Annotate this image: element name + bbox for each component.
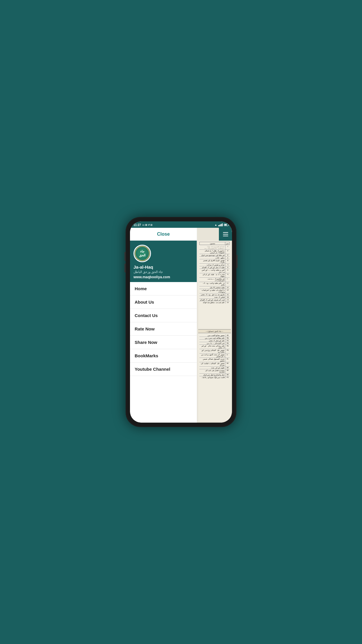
sd-icon: ⊞ [145,224,147,226]
table-row: غیر مقلد اور دیوبندیوں میں فرق٣ [199,254,230,257]
status-icons: ▭ ⊞ ↺ ⊟ [142,224,152,226]
table-row: دیکھیے کتاب٤ [199,257,230,259]
table-row: مجتہد کے چہ طبقے اور ان کی پچھان٩ [199,273,230,278]
phone-screen: 11:27 ▭ ⊞ ↺ ⊟ ▲ [130,221,232,423]
volume-down-button [124,264,126,272]
status-time: 11:27 [133,223,141,227]
nav-item-share[interactable]: Share Now [130,336,197,349]
book-panel: مضمون نمبر تمام قبروں سے بڑا اعتقاد باپی… [197,228,232,423]
nav-item-home[interactable]: Home [130,282,197,295]
table-row: با انجان باب تقلید پر اعتراضات وجوابات١٣ [199,289,230,293]
table-row: چاروں مذہب حق ہونے کے معنی١٤ [199,293,230,296]
table-row: حضور علیہ السلام روح میں اور عالم ارم٣٩ [199,349,230,354]
app-screen: 11:27 ▭ ⊞ ↺ ⊟ ▲ [130,221,232,423]
table-row: دیابیوں کے ظلم اہل اسلام خصوصاً اہل حرمی… [199,250,230,254]
table-row: تقلید کے مثل اور اس کے اقسام٧ [199,266,230,269]
app-logo: جاءالحق [133,245,151,262]
volume-up-button [124,252,126,261]
hamburger-line-2 [223,234,228,235]
nav-item-contact[interactable]: Contact Us [130,309,197,322]
app-header: جاءالحق Ja-al-Haq جاء الحق وزحق الباطل w… [130,241,197,282]
table-row: چہ باقی تقلید واجب ہونے کے دلائل١١ [199,282,230,286]
table-row: قیاس کے بحث١٥ [199,296,230,299]
battery-icon-small: ▭ [142,224,145,226]
battery-indicator [224,224,229,226]
table-row: غیب کی تعریف اور اس کے اقسام١٦ [199,299,230,301]
book-pages-container: مضمون نمبر تمام قبروں سے بڑا اعتقاد باپی… [197,228,232,423]
table-row: غیر مقلدوں کے بہت سے اعتراضات کے١٠ [199,278,230,282]
table-1-body: تمام قبروں سے بڑا اعتقاد باپیوں کا ہے١ د… [199,245,230,304]
status-right: ▲ [215,223,229,226]
logo-inner: جاءالحق [135,246,150,261]
settings-icon: ⊟ [150,224,152,226]
nav-item-bookmarks[interactable]: BookMarks [130,349,197,363]
table-row: حرام پر تفسیر کے مراتب٦ [199,264,230,266]
signal-bar-3 [221,224,222,226]
hamburger-line-1 [223,232,228,233]
table-row: علم مطائف غیب میں نہیں٣٥ [199,337,230,340]
table-row: علم غیب سے متعلق چند فوائد١٧ [199,301,230,304]
nav-item-about[interactable]: About Us [130,295,197,309]
navigation-drawer: Close جاءالحق Ja-al-Haq جاء الحق وزحق ال… [130,228,197,423]
table-row: حدیث المسئول عصاکی تفیس تحقیق٣١ [199,358,230,362]
app-url: www.maqbooliya.com [133,275,170,279]
table-row: کس پر تقلید واجب ہے اور کس پر نہیں٨ [199,269,230,273]
app-name-english: Ja-al-Haq [133,265,153,270]
table-row: قامت میں لوگ شیخ کو پہلا ملے٣٦ [199,376,230,379]
table-row: تفسیر تاویل کافرق اور تفسیر بالرائے٥ [199,259,230,264]
table-row: علم روح کی بحث جائزہ اور امر کے معنی٣٨ [199,345,230,349]
hamburger-button[interactable] [219,228,232,241]
col-header-content: مضمون [200,242,225,245]
table-row: تمام قبروں سے بڑا اعتقاد باپیوں کا ہے١ [199,245,230,250]
status-bar: 11:27 ▭ ⊞ ↺ ⊟ ▲ [130,221,232,228]
signal-bar-2 [219,225,220,226]
status-left: 11:27 ▭ ⊞ ↺ ⊟ [133,223,152,227]
hamburger-icon [223,232,228,236]
table-row: جبل وانسان وذخول میں فرق٣٣ [199,374,230,376]
table-row: حضور کی بحث گنتھیہم انت من ذٰ کی تفیس٤٠ [199,354,230,358]
table-row: دوسری فصل بفی غیب کی احادیث٣٣ [199,369,230,374]
book-table-1: مضمون نمبر تمام قبروں سے بڑا اعتقاد باپی… [198,241,231,329]
hamburger-line-3 [223,236,228,236]
phone-frame: 11:27 ▭ ⊞ ↺ ⊟ ▲ [126,217,236,427]
book-divider: ← جاء الحق (حصاول) → [198,329,231,333]
book-content: مضمون نمبر تمام قبروں سے بڑا اعتقاد باپی… [197,228,232,423]
table-row: حضور مفاتح الغیب میں٣٣ [199,334,230,337]
signal-bar-4 [222,223,223,226]
battery-fill [224,224,227,225]
logo-ring [135,246,150,261]
table-row: علم اور شعر کے معنی٣٦ [199,340,230,342]
table-row: خبر کانح جائزہے یا نہیں٣٧ [199,342,230,345]
close-bar: Close [130,228,197,241]
table-header-row: مضمون نمبر [199,242,230,245]
app-name-arabic: جاء الحق وزحق الباطل [133,270,163,274]
close-button[interactable]: Close [135,232,192,237]
nav-item-rate[interactable]: Rate Now [130,322,197,336]
table-row: حضور علیہ السلام نے قیامت کی خبردی٣٢ [199,362,230,367]
app-content: Close جاءالحق Ja-al-Haq جاء الحق وزحق ال… [130,228,232,423]
table-row: تقلید شخصی کا بیان١٢ [199,286,230,289]
signal-bar-1 [218,225,219,226]
table-2-body: حضور مفاتح الغیب میں٣٣ علم مطائف غیب میں… [199,334,230,379]
power-button [236,255,238,268]
col-header-num: نمبر [225,242,229,245]
sync-icon: ↺ [148,224,150,226]
nav-item-youtube[interactable]: Youtube Channel [130,363,197,376]
wifi-signal: ▲ [215,223,217,226]
table-row: علوم خبر کی بحث٣٣ [199,367,230,369]
nav-menu: Home About Us Contact Us Rate Now Share … [130,282,197,423]
book-table-2: حضور مفاتح الغیب میں٣٣ علم مطائف غیب میں… [198,334,231,422]
signal-bars [218,223,223,226]
